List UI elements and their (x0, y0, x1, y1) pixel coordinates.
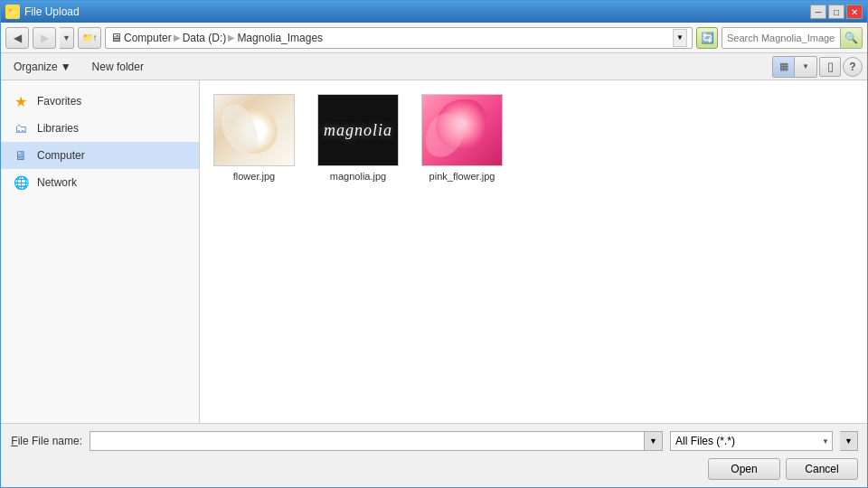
view-controls: ▦ ▼ ▯ ? (772, 56, 863, 78)
search-box: 🔍 (722, 27, 863, 49)
magnolia-thumbnail: magnolia (317, 94, 399, 166)
title-bar-left: 📁 File Upload (5, 5, 80, 19)
filename-row: File File name: ▼ All Files (*.*)Images … (10, 431, 858, 451)
forward-button[interactable]: ▶ (33, 27, 56, 49)
window-icon: 📁 (5, 5, 20, 19)
filetype-wrapper: All Files (*.*)Images (*.jpg;*.png)JPEG … (670, 431, 833, 451)
open-button[interactable]: Open (708, 458, 780, 480)
title-bar: 📁 File Upload ─ □ ✕ (1, 1, 867, 23)
toolbar: Organize ▼ New folder ▦ ▼ ▯ ? (1, 53, 867, 80)
view-dropdown-button[interactable]: ▼ (795, 57, 816, 77)
address-parts: 🖥 Computer ▶ Data (D:) ▶ Magnolia_Images (110, 31, 669, 44)
computer-sidebar-icon: 🖥 (12, 146, 30, 164)
back-forward-dropdown[interactable]: ▼ (60, 27, 74, 49)
nav-bar: ◀ ▶ ▼ 📁↑ 🖥 Computer ▶ Data (D:) ▶ Magnol… (1, 23, 867, 53)
bottom-bar: File File name: ▼ All Files (*.*)Images … (1, 423, 867, 487)
search-button[interactable]: 🔍 (840, 28, 862, 48)
file-item-magnolia[interactable]: magnolia magnolia.jpg (313, 89, 403, 186)
filename-input[interactable] (90, 431, 645, 451)
window-title: File Upload (24, 5, 80, 18)
filetype-select[interactable]: All Files (*.*)Images (*.jpg;*.png)JPEG … (670, 431, 833, 451)
close-button[interactable]: ✕ (846, 5, 863, 19)
title-controls: ─ □ ✕ (810, 5, 863, 19)
magnolia-logo-text: magnolia (324, 121, 392, 140)
filename-label: File File name: (10, 435, 82, 447)
minimize-button[interactable]: ─ (810, 5, 826, 19)
address-part-data[interactable]: Data (D:) ▶ (183, 32, 236, 44)
organize-button[interactable]: Organize ▼ (5, 58, 80, 76)
view-icons-button[interactable]: ▦ (773, 57, 795, 77)
help-button[interactable]: ? (843, 57, 863, 77)
file-item-pink-flower[interactable]: pink_flower.jpg (417, 89, 507, 186)
magnolia-filename: magnolia.jpg (330, 171, 386, 182)
main-content: ★ Favorites 🗂 Libraries 🖥 Computer 🌐 (1, 80, 867, 423)
network-label: Network (37, 176, 77, 189)
pink-flower-thumbnail (421, 94, 503, 166)
libraries-icon: 🗂 (12, 119, 30, 137)
filename-combo: ▼ (90, 431, 663, 451)
favorites-label: Favorites (37, 95, 81, 108)
address-bar[interactable]: 🖥 Computer ▶ Data (D:) ▶ Magnolia_Images… (105, 27, 693, 49)
favorites-icon: ★ (12, 92, 30, 110)
address-sep-1: ▶ (174, 33, 181, 42)
file-upload-window: 📁 File Upload ─ □ ✕ ◀ ▶ ▼ 📁↑ 🖥 Computer … (0, 0, 868, 488)
preview-pane-button[interactable]: ▯ (819, 57, 841, 77)
search-input[interactable] (722, 28, 840, 48)
refresh-button[interactable]: 🔄 (696, 27, 718, 49)
new-folder-button[interactable]: New folder (84, 58, 152, 76)
back-button[interactable]: ◀ (5, 27, 29, 49)
address-part-magnolia[interactable]: Magnolia_Images (237, 32, 323, 44)
sidebar-item-network[interactable]: 🌐 Network (1, 169, 199, 196)
file-area: flower.jpg magnolia magnolia.jpg pink_fl… (200, 80, 867, 423)
libraries-label: Libraries (37, 122, 79, 135)
filename-dropdown-button[interactable]: ▼ (645, 431, 663, 451)
network-icon: 🌐 (12, 174, 30, 192)
address-sep-2: ▶ (228, 33, 235, 42)
computer-label: Computer (37, 149, 85, 162)
action-row: Open Cancel (10, 458, 858, 480)
computer-icon: 🖥 (110, 31, 122, 44)
sidebar-item-computer[interactable]: 🖥 Computer (1, 142, 199, 169)
view-button-group: ▦ ▼ (772, 56, 817, 78)
sidebar-item-favorites[interactable]: ★ Favorites (1, 88, 199, 115)
sidebar: ★ Favorites 🗂 Libraries 🖥 Computer 🌐 (1, 80, 200, 423)
maximize-button[interactable]: □ (828, 5, 844, 19)
address-dropdown-button[interactable]: ▼ (673, 29, 687, 47)
file-item-flower[interactable]: flower.jpg (209, 89, 299, 186)
flower-filename: flower.jpg (233, 171, 275, 182)
sidebar-item-libraries[interactable]: 🗂 Libraries (1, 115, 199, 142)
filetype-dropdown-button[interactable]: ▼ (840, 431, 858, 451)
flower-thumbnail (213, 94, 295, 166)
address-part-computer[interactable]: 🖥 Computer ▶ (110, 31, 181, 44)
cancel-button[interactable]: Cancel (786, 458, 858, 480)
organize-dropdown-icon: ▼ (61, 61, 71, 73)
up-button[interactable]: 📁↑ (78, 27, 101, 49)
pink-flower-filename: pink_flower.jpg (429, 171, 495, 182)
